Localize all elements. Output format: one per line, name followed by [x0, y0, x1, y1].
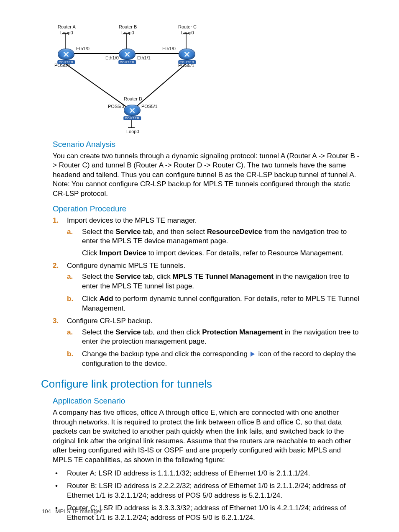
router-d-name: Router D	[124, 96, 142, 101]
page-footer: 104 MPLS TE manager	[42, 508, 102, 514]
sub-step: Select the Service tab, and then click P…	[67, 328, 361, 347]
procedure-step: Configure dynamic MPLS TE tunnels. Selec…	[53, 261, 361, 313]
router-d-loop: Loop0	[126, 129, 139, 134]
sub-list: Select the Service tab, and then select …	[67, 227, 361, 258]
deploy-icon	[251, 352, 255, 357]
router-icon: ROUTER	[119, 49, 136, 60]
application-scenario-text: A company has five offices, office A thr…	[53, 408, 361, 465]
router-d-pos-l: POS5/0	[108, 104, 124, 109]
procedure-step: Import devices to the MPLS TE manager. S…	[53, 216, 361, 258]
router-a-eth: Eth1/0	[76, 46, 90, 51]
sub-list: Select the Service tab, click MPLS TE Tu…	[67, 272, 361, 313]
list-item: Router A: LSR ID address is 1.1.1.1/32; …	[53, 469, 361, 478]
heading-application-scenario: Application Scenario	[53, 396, 361, 406]
list-item: Router B: LSR ID address is 2.2.2.2/32; …	[53, 481, 361, 500]
sub-step: Click Add to perform dynamic tunnel conf…	[67, 294, 361, 313]
heading-scenario-analysis: Scenario Analysis	[53, 140, 361, 149]
page-number: 104	[42, 508, 51, 514]
chapter-title: MPLS TE manager	[56, 508, 102, 514]
sub-step: Change the backup type and click the cor…	[67, 350, 361, 368]
svg-line-8	[65, 64, 128, 108]
heading-configure-link-protection: Configure link protection for tunnels	[41, 378, 361, 391]
network-diagram: Router A Loop0 Eth1/0 POS5/1 ROUTER Rout…	[54, 21, 197, 134]
router-icon: ROUTER	[58, 49, 74, 60]
step-text: Configure CR-LSP backup.	[67, 317, 153, 325]
router-a-loop: Loop0	[60, 30, 73, 35]
procedure-list: Import devices to the MPLS TE manager. S…	[53, 216, 361, 368]
router-c-loop: Loop0	[181, 30, 194, 35]
sub-step: Select the Service tab, click MPLS TE Tu…	[67, 272, 361, 291]
router-icon: ROUTER	[179, 49, 195, 60]
router-d-pos-r: POS5/1	[141, 104, 158, 109]
page: Router A Loop0 Eth1/0 POS5/1 ROUTER Rout…	[0, 0, 399, 522]
router-b-name: Router B	[119, 24, 137, 29]
router-b-loop: Loop0	[121, 30, 134, 35]
router-b-eth-r: Eth1/1	[137, 55, 151, 60]
svg-line-9	[135, 64, 186, 108]
router-b-eth-tr: Eth1/0	[162, 46, 176, 51]
sub-step: Select the Service tab, and then select …	[67, 227, 361, 258]
router-icon: ROUTER	[124, 105, 141, 116]
sub-list: Select the Service tab, and then click P…	[67, 328, 361, 369]
router-a-name: Router A	[58, 24, 76, 29]
scenario-analysis-text: You can create two tunnels through a dyn…	[53, 152, 361, 198]
step-text: Import devices to the MPLS TE manager.	[67, 216, 197, 224]
heading-operation-procedure: Operation Procedure	[53, 204, 361, 213]
router-b-eth-l: Eth1/0	[105, 55, 119, 60]
sub-step-extra: Click Import Device to import devices. F…	[82, 249, 361, 258]
step-text: Configure dynamic MPLS TE tunnels.	[67, 262, 185, 270]
router-c-name: Router C	[178, 24, 197, 29]
procedure-step: Configure CR-LSP backup. Select the Serv…	[53, 316, 361, 368]
